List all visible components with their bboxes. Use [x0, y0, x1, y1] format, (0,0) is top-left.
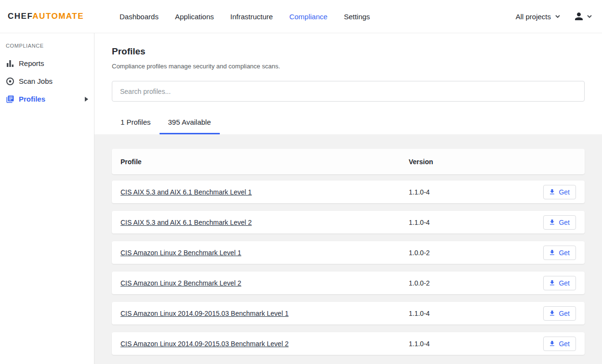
table-row: CIS Amazon Linux 2014.09-2015.03 Benchma…: [112, 332, 585, 355]
get-button-label: Get: [559, 310, 570, 317]
download-icon: [548, 219, 556, 226]
table-row: CIS Amazon Linux 2 Benchmark Level 2 1.0…: [112, 272, 585, 294]
user-avatar-icon: [573, 11, 585, 22]
get-button[interactable]: Get: [543, 215, 576, 230]
profile-link[interactable]: CIS Amazon Linux 2014.09-2015.03 Benchma…: [120, 340, 289, 348]
profile-version: 1.1.0-4: [409, 219, 543, 226]
logo-chef: CHEF: [8, 12, 32, 21]
library-icon: [6, 95, 14, 104]
profile-link[interactable]: CIS Amazon Linux 2014.09-2015.03 Benchma…: [120, 310, 289, 317]
get-button[interactable]: Get: [543, 246, 576, 260]
user-menu[interactable]: [573, 11, 592, 22]
profile-version: 1.0.0-2: [409, 249, 543, 257]
get-button-label: Get: [559, 249, 570, 257]
projects-filter-label: All projects: [516, 13, 551, 21]
nav-dashboards[interactable]: Dashboards: [120, 13, 159, 21]
download-icon: [548, 340, 556, 347]
topnav-right: All projects: [516, 11, 592, 22]
profile-link[interactable]: CIS Amazon Linux 2 Benchmark Level 2: [120, 279, 241, 287]
page-subtitle: Compliance profiles manage security and …: [112, 63, 585, 70]
download-icon: [548, 188, 556, 195]
download-icon: [548, 249, 556, 256]
chevron-down-icon: [587, 13, 592, 19]
profiles-table-area: Profile Version CIS AIX 5.3 and AIX 6.1 …: [94, 134, 602, 364]
get-button[interactable]: Get: [543, 276, 576, 290]
nav-applications[interactable]: Applications: [175, 13, 214, 21]
table-row: CIS Amazon Linux 2 Benchmark Level 1 1.0…: [112, 241, 585, 264]
active-item-arrow-icon: [85, 97, 88, 102]
sidebar-item-label: Scan Jobs: [19, 77, 53, 85]
table-row: CIS AIX 5.3 and AIX 6.1 Benchmark Level …: [112, 181, 585, 203]
radar-icon: [6, 77, 14, 86]
sidebar-item-profiles[interactable]: Profiles: [0, 90, 94, 108]
top-navigation: CHEFAUTOMATE Dashboards Applications Inf…: [0, 0, 602, 33]
profile-link[interactable]: CIS AIX 5.3 and AIX 6.1 Benchmark Level …: [120, 219, 252, 226]
get-button-label: Get: [559, 219, 570, 226]
get-button-label: Get: [559, 188, 570, 196]
primary-nav: Dashboards Applications Infrastructure C…: [120, 13, 370, 21]
table-row: CIS Amazon Linux 2014.09-2015.03 Benchma…: [112, 302, 585, 325]
column-header-version: Version: [409, 158, 585, 166]
table-header-row: Profile Version: [112, 149, 585, 174]
profiles-tabs: 1 Profiles 395 Available: [112, 112, 585, 134]
tab-my-profiles[interactable]: 1 Profiles: [112, 112, 160, 134]
main-content: Profiles Compliance profiles manage secu…: [94, 33, 602, 364]
profiles-table-body: CIS AIX 5.3 and AIX 6.1 Benchmark Level …: [112, 181, 585, 355]
profile-link[interactable]: CIS AIX 5.3 and AIX 6.1 Benchmark Level …: [120, 188, 252, 196]
sidebar-item-scan-jobs[interactable]: Scan Jobs: [0, 72, 94, 90]
get-button[interactable]: Get: [543, 306, 576, 321]
chef-automate-logo[interactable]: CHEFAUTOMATE: [8, 12, 94, 21]
bar-chart-icon: [6, 59, 14, 68]
nav-compliance[interactable]: Compliance: [289, 13, 327, 21]
profile-version: 1.1.0-4: [409, 340, 543, 348]
get-button-label: Get: [559, 279, 570, 287]
get-button[interactable]: Get: [543, 337, 576, 351]
profile-version: 1.1.0-4: [409, 310, 543, 317]
profile-version: 1.1.0-4: [409, 188, 543, 196]
get-button-label: Get: [559, 340, 570, 348]
projects-filter-dropdown[interactable]: All projects: [516, 13, 561, 21]
sidebar-heading: COMPLIANCE: [0, 43, 94, 49]
search-input[interactable]: [112, 81, 585, 102]
sidebar-item-reports[interactable]: Reports: [0, 54, 94, 72]
page-title: Profiles: [112, 46, 585, 57]
sidebar-item-label: Reports: [19, 59, 44, 67]
column-header-profile: Profile: [112, 158, 409, 166]
tab-available[interactable]: 395 Available: [160, 112, 220, 134]
page-header: Profiles Compliance profiles manage secu…: [94, 33, 602, 134]
get-button[interactable]: Get: [543, 185, 576, 199]
chevron-down-icon: [555, 13, 561, 19]
nav-infrastructure[interactable]: Infrastructure: [230, 13, 273, 21]
profile-version: 1.0.0-2: [409, 279, 543, 287]
profile-link[interactable]: CIS Amazon Linux 2 Benchmark Level 1: [120, 249, 241, 257]
logo-automate: AUTOMATE: [32, 12, 84, 21]
table-row: CIS AIX 5.3 and AIX 6.1 Benchmark Level …: [112, 211, 585, 234]
download-icon: [548, 279, 556, 286]
search-wrap: [112, 81, 585, 102]
compliance-sidebar: COMPLIANCE Reports Scan Jobs Profiles: [0, 33, 94, 364]
sidebar-item-label: Profiles: [19, 95, 45, 103]
nav-settings[interactable]: Settings: [344, 13, 370, 21]
download-icon: [548, 310, 556, 317]
